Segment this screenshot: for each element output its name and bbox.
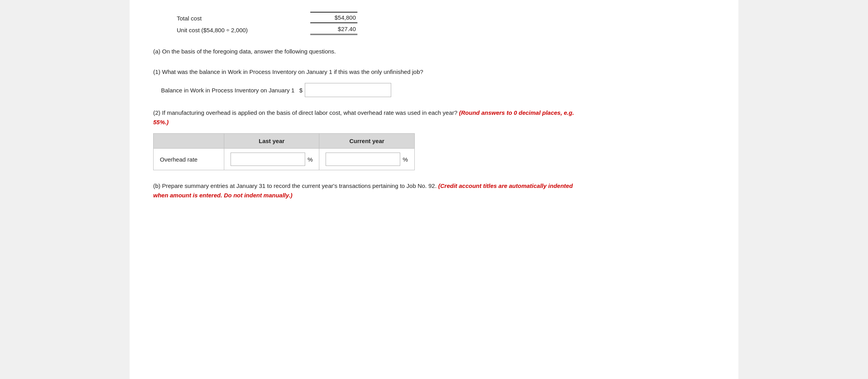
question-1-text: (1) What was the balance in Work in Proc… — [153, 67, 585, 77]
question-2-block: (2) If manufacturing overhead is applied… — [153, 108, 715, 170]
table-last-year-header: Last year — [224, 134, 319, 149]
table-current-year-header: Current year — [319, 134, 414, 149]
last-year-input-wrapper: % — [231, 153, 313, 166]
balance-input-row: Balance in Work in Process Inventory on … — [161, 83, 715, 97]
cost-table: Total cost $54,800 Unit cost ($54,800 ÷ … — [177, 12, 715, 35]
table-empty-header — [154, 134, 224, 149]
question-b-block: (b) Prepare summary entries at January 3… — [153, 181, 715, 200]
last-year-overhead-input[interactable] — [231, 153, 305, 166]
question-b-main-text: (b) Prepare summary entries at January 3… — [153, 182, 437, 189]
question-1-block: (1) What was the balance in Work in Proc… — [153, 67, 715, 97]
last-year-pct-sign: % — [308, 156, 313, 163]
unit-cost-label: Unit cost ($54,800 ÷ 2,000) — [177, 27, 310, 35]
current-year-pct-sign: % — [403, 156, 408, 163]
question-b-text: (b) Prepare summary entries at January 3… — [153, 181, 585, 200]
unit-cost-row: Unit cost ($54,800 ÷ 2,000) $27.40 — [177, 26, 715, 35]
dollar-sign-1: $ — [299, 87, 302, 94]
question-a-intro-text: (a) On the basis of the foregoing data, … — [153, 47, 546, 56]
total-cost-row: Total cost $54,800 — [177, 12, 715, 23]
question-a-intro: (a) On the basis of the foregoing data, … — [153, 47, 715, 56]
current-year-input-cell: % — [319, 149, 414, 170]
overhead-table: Last year Current year Overhead rate % — [153, 133, 415, 170]
balance-input[interactable] — [305, 83, 391, 97]
page-container: Total cost $54,800 Unit cost ($54,800 ÷ … — [130, 0, 738, 379]
overhead-rate-label: Overhead rate — [154, 149, 224, 170]
balance-field-label: Balance in Work in Process Inventory on … — [161, 87, 295, 94]
current-year-input-wrapper: % — [326, 153, 408, 166]
unit-cost-value: $27.40 — [310, 26, 357, 35]
question-2-text: (2) If manufacturing overhead is applied… — [153, 108, 585, 127]
total-cost-value: $54,800 — [310, 12, 357, 23]
current-year-overhead-input[interactable] — [326, 153, 400, 166]
question-2-main-text: (2) If manufacturing overhead is applied… — [153, 109, 458, 116]
total-cost-label: Total cost — [177, 15, 310, 23]
last-year-input-cell: % — [224, 149, 319, 170]
overhead-rate-row: Overhead rate % % — [154, 149, 415, 170]
